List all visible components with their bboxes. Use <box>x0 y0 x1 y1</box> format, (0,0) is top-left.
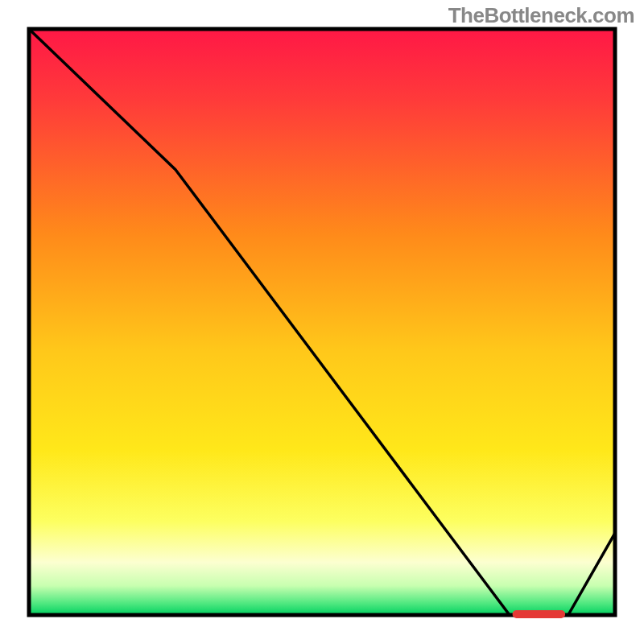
optimal-marker <box>513 610 566 618</box>
chart-container: TheBottleneck.com <box>0 0 644 644</box>
plot-background <box>29 29 615 615</box>
bottleneck-chart <box>0 0 644 644</box>
